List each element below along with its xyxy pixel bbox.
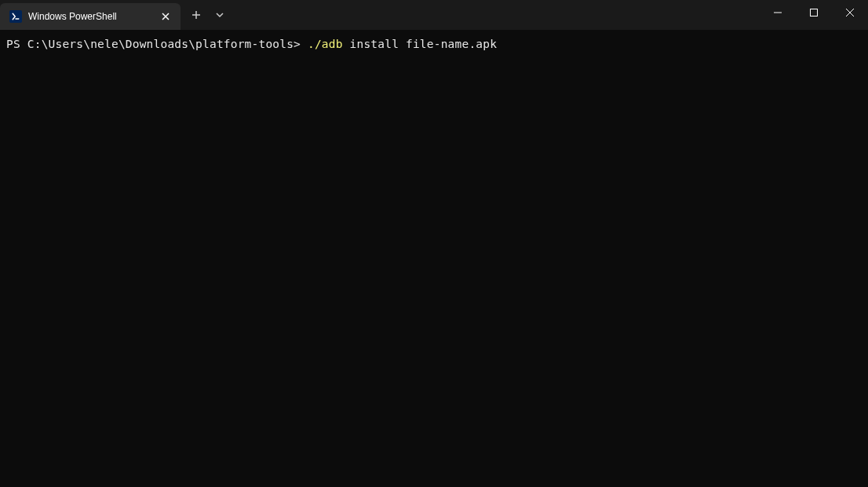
powershell-icon (9, 10, 22, 23)
tab-powershell[interactable]: Windows PowerShell (0, 3, 181, 30)
command-arguments: install file-name.apk (343, 38, 497, 50)
tab-dropdown-button[interactable] (209, 2, 231, 27)
tabs-area: Windows PowerShell (0, 0, 231, 30)
tab-title: Windows PowerShell (28, 11, 152, 22)
window-controls (760, 0, 868, 30)
minimize-button[interactable] (760, 0, 796, 25)
titlebar: Windows PowerShell (0, 0, 868, 30)
prompt-prefix: PS C:\Users\nele\Downloads\platform-tool… (6, 38, 308, 50)
command-executable: ./adb (308, 38, 343, 50)
close-window-button[interactable] (832, 0, 868, 25)
maximize-button[interactable] (796, 0, 832, 25)
prompt-line: PS C:\Users\nele\Downloads\platform-tool… (6, 36, 862, 52)
terminal-area[interactable]: PS C:\Users\nele\Downloads\platform-tool… (0, 30, 868, 487)
svg-rect-0 (811, 9, 818, 16)
tab-close-button[interactable] (159, 9, 173, 24)
new-tab-button[interactable] (184, 2, 209, 27)
